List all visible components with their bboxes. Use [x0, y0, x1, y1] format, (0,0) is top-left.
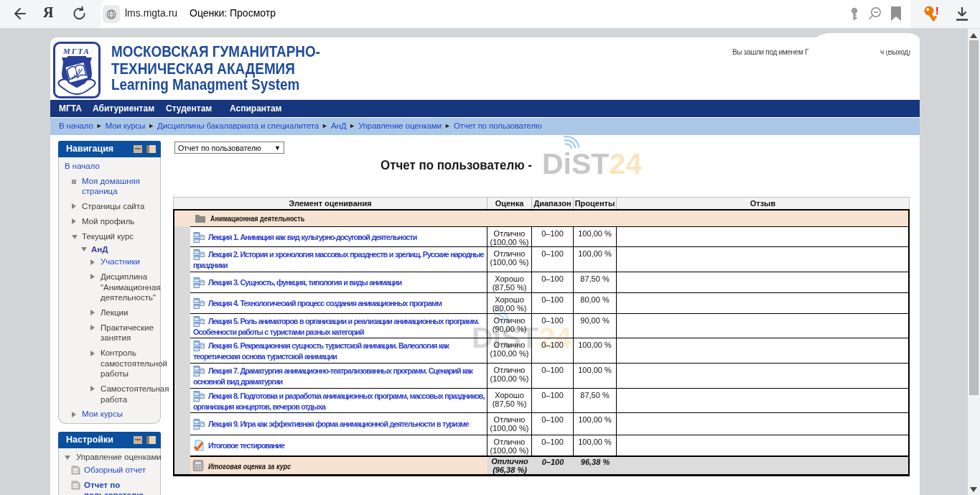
svg-text:!: ! [935, 5, 939, 17]
svg-text:МГТА: МГТА [62, 47, 90, 55]
